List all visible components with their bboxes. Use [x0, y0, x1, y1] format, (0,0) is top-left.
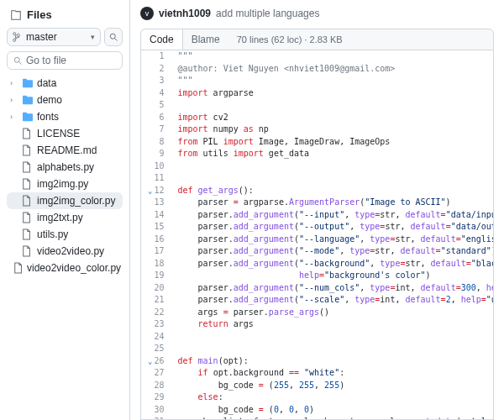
line-content[interactable]: if opt.background == "white": — [171, 367, 494, 380]
line-number[interactable]: 20 — [141, 282, 171, 295]
line-content[interactable]: """ — [171, 75, 494, 87]
line-content[interactable]: import argparse — [171, 87, 494, 100]
sidebar-title: Files — [27, 8, 52, 21]
line-content[interactable]: def main(opt): — [171, 355, 494, 368]
line-content[interactable]: def get_args(): — [171, 185, 494, 197]
file-icon — [22, 161, 34, 173]
line-number[interactable]: 30 — [141, 404, 171, 417]
line-content[interactable]: bg_code = (255, 255, 255) — [171, 380, 494, 392]
sidebar-header: Files — [7, 7, 123, 28]
line-number[interactable]: ⌄26 — [141, 355, 171, 368]
line-content[interactable]: from PIL import Image, ImageDraw, ImageO… — [171, 136, 494, 149]
line-content[interactable] — [171, 99, 494, 112]
code-viewer[interactable]: 1"""2@author: Viet Nguyen <nhviet1009@gm… — [140, 50, 494, 420]
line-number[interactable]: 19 — [141, 270, 171, 282]
line-content[interactable]: parser.add_argument("--output", type=str… — [171, 221, 494, 234]
tree-file[interactable]: img2txt.py — [7, 209, 123, 226]
files-icon — [10, 9, 22, 21]
line-number[interactable]: 10 — [141, 160, 171, 173]
line-content[interactable] — [171, 160, 494, 173]
tree-item-label: README.md — [37, 144, 97, 156]
line-content[interactable]: parser.add_argument("--language", type=s… — [171, 234, 494, 246]
tree-file[interactable]: alphabets.py — [7, 159, 123, 176]
code-line: 7import numpy as np — [141, 123, 494, 136]
line-content[interactable]: import cv2 — [171, 112, 494, 124]
line-number[interactable]: 22 — [141, 307, 171, 319]
line-number[interactable]: 29 — [141, 391, 171, 404]
commit-message[interactable]: add multiple languages — [216, 8, 319, 19]
line-number[interactable]: 8 — [141, 136, 171, 149]
tree-file[interactable]: img2img_color.py — [7, 192, 123, 209]
tree-file[interactable]: img2img.py — [7, 176, 123, 192]
tree-folder[interactable]: ›data — [7, 75, 123, 92]
line-content[interactable]: parser.add_argument("--mode", type=str, … — [171, 245, 494, 258]
tree-file[interactable]: utils.py — [7, 226, 123, 243]
line-number[interactable]: 3 — [141, 75, 171, 87]
file-icon — [22, 178, 34, 190]
line-content[interactable]: args = parser.parse_args() — [171, 307, 494, 319]
line-number[interactable]: 11 — [141, 172, 171, 185]
line-number[interactable]: ⌄12 — [141, 185, 171, 197]
line-number[interactable]: 6 — [141, 112, 171, 124]
line-number[interactable]: 1 — [141, 50, 171, 63]
line-number[interactable]: 16 — [141, 234, 171, 246]
tree-item-label: fonts — [37, 111, 59, 123]
line-number[interactable]: 28 — [141, 380, 171, 392]
line-number[interactable]: 23 — [141, 318, 171, 331]
tree-folder[interactable]: ›fonts — [7, 108, 123, 125]
line-content[interactable]: @author: Viet Nguyen <nhviet1009@gmail.c… — [171, 63, 494, 76]
line-number[interactable]: 24 — [141, 331, 171, 344]
line-content[interactable]: bg_code = (0, 0, 0) — [171, 404, 494, 417]
line-content[interactable]: from utils import get_data — [171, 148, 494, 160]
go-to-file-input[interactable]: Go to file — [7, 51, 123, 70]
code-line: 13 parser = argparse.ArgumentParser("Ima… — [141, 197, 494, 209]
line-number[interactable]: 9 — [141, 148, 171, 160]
search-button[interactable] — [104, 28, 123, 46]
tree-file[interactable]: LICENSE — [7, 125, 123, 142]
line-number[interactable]: 17 — [141, 245, 171, 258]
line-content[interactable]: parser.add_argument("--input", type=str,… — [171, 209, 494, 222]
line-content[interactable] — [171, 343, 494, 355]
tab-code[interactable]: Code — [141, 29, 183, 50]
line-number[interactable]: 31 — [141, 416, 171, 420]
tab-blame[interactable]: Blame — [183, 29, 228, 50]
line-content[interactable]: parser.add_argument("--background", type… — [171, 258, 494, 270]
line-number[interactable]: 21 — [141, 294, 171, 307]
line-content[interactable]: parser.add_argument("--num_cols", type=i… — [171, 282, 494, 295]
line-content[interactable]: """ — [171, 50, 494, 63]
line-number[interactable]: 4 — [141, 87, 171, 100]
line-content[interactable]: help="background's color") — [171, 270, 494, 282]
line-content[interactable] — [171, 331, 494, 344]
line-number[interactable]: 27 — [141, 367, 171, 380]
file-icon — [22, 144, 34, 156]
commit-author[interactable]: vietnh1009 — [159, 8, 211, 19]
line-number[interactable]: 7 — [141, 123, 171, 136]
tree-folder[interactable]: ›demo — [7, 92, 123, 108]
line-content[interactable]: else: — [171, 391, 494, 404]
line-number[interactable]: 25 — [141, 343, 171, 355]
tree-item-label: video2video_color.py — [27, 262, 121, 274]
line-number[interactable]: 2 — [141, 63, 171, 76]
go-to-file-placeholder: Go to file — [26, 55, 66, 66]
line-content[interactable]: import numpy as np — [171, 123, 494, 136]
file-view-tabs: Code Blame 70 lines (62 loc) · 2.83 KB — [140, 29, 494, 50]
code-line: 22 args = parser.parse_args() — [141, 307, 494, 319]
line-content[interactable]: return args — [171, 318, 494, 331]
branch-select-button[interactable]: master ▾ — [7, 28, 101, 46]
line-number[interactable]: 13 — [141, 197, 171, 209]
line-content[interactable] — [171, 172, 494, 185]
fold-toggle-icon[interactable]: ⌄ — [148, 186, 154, 195]
line-content[interactable]: parser.add_argument("--scale", type=int,… — [171, 294, 494, 307]
tree-file[interactable]: README.md — [7, 142, 123, 159]
avatar[interactable]: v — [140, 7, 154, 20]
tree-file[interactable]: video2video_color.py — [7, 260, 123, 276]
line-content[interactable]: char_list, font, sample_character, scale… — [171, 416, 494, 420]
line-number[interactable]: 18 — [141, 258, 171, 270]
line-number[interactable]: 5 — [141, 99, 171, 112]
code-line: 4import argparse — [141, 87, 494, 100]
line-content[interactable]: parser = argparse.ArgumentParser("Image … — [171, 197, 494, 209]
line-number[interactable]: 14 — [141, 209, 171, 222]
fold-toggle-icon[interactable]: ⌄ — [148, 357, 154, 365]
tree-file[interactable]: video2video.py — [7, 243, 123, 260]
line-number[interactable]: 15 — [141, 221, 171, 234]
